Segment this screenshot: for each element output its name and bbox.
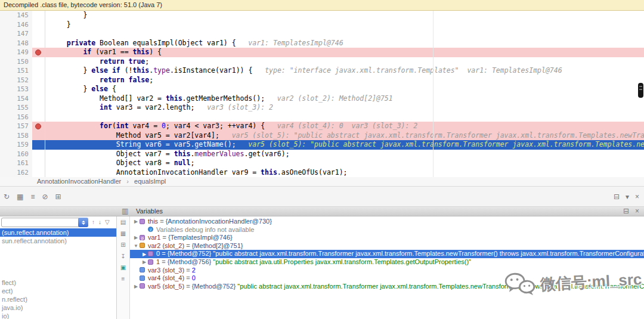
line-number[interactable]: 158 (0, 131, 32, 141)
line-number[interactable]: 147 (0, 29, 32, 39)
line-number[interactable]: 146 (0, 20, 32, 30)
variable-row[interactable]: Variables debug info not available (130, 226, 644, 234)
code-line[interactable]: 160 Object var7 = this.memberValues.get(… (0, 150, 644, 159)
code-line[interactable]: 162 AnnotationInvocationHandler var9 = t… (0, 168, 644, 178)
gutter-cell[interactable] (32, 76, 45, 85)
gutter-cell[interactable] (32, 94, 45, 104)
frame-row[interactable] (0, 245, 116, 253)
code-line[interactable]: 153 } else { (0, 85, 644, 94)
code-editor[interactable]: 145 }146 }147148 private Boolean equalsI… (0, 11, 644, 177)
line-number[interactable]: 153 (0, 85, 32, 94)
settings-gear-icon[interactable]: ⊟ (614, 193, 620, 200)
gutter-cell[interactable] (32, 140, 45, 150)
gutter-cell[interactable] (32, 11, 45, 20)
chevron-right-icon[interactable]: ▶ (132, 218, 140, 225)
rerun-icon[interactable]: ↻ (4, 193, 10, 200)
code-line[interactable]: 155 int var3 = var2.length; var3 (slot_3… (0, 103, 644, 113)
code-line[interactable]: 157 for(int var4 = 0; var4 < var3; ++var… (0, 122, 644, 131)
line-number[interactable]: 162 (0, 168, 32, 178)
frame-row[interactable]: sun.reflect.annotation) (0, 237, 116, 245)
layout-icon[interactable]: ▥ (122, 207, 128, 215)
gutter-cell[interactable] (32, 168, 45, 178)
settings-icon[interactable]: ⊞ (55, 193, 61, 200)
frames-panel-icon[interactable]: ▤ (120, 219, 126, 225)
code-line[interactable]: 156 (0, 113, 644, 122)
hide-panel-icon[interactable]: × (635, 207, 639, 215)
code-line[interactable]: 152 return false; (0, 76, 644, 85)
code-line[interactable]: 145 } (0, 11, 644, 20)
gutter-cell[interactable] (32, 66, 45, 76)
line-number[interactable]: 161 (0, 159, 32, 168)
line-number[interactable]: 155 (0, 103, 32, 113)
next-frame-icon[interactable]: ↓ (98, 219, 101, 225)
frame-row[interactable]: flect) (0, 278, 116, 287)
line-number[interactable]: 156 (0, 113, 32, 122)
variable-row[interactable]: ▶this = {AnnotationInvocationHandler@730… (130, 218, 644, 226)
code-line[interactable]: 147 (0, 29, 644, 39)
gutter-cell[interactable] (32, 122, 45, 131)
thread-selector-dropdown[interactable] (1, 218, 88, 227)
code-line[interactable]: 150 return true; (0, 57, 644, 67)
gutter-cell[interactable] (32, 48, 45, 57)
code-line[interactable]: 161 Object var8 = null; (0, 159, 644, 168)
frame-row[interactable] (0, 262, 116, 270)
frame-row[interactable]: ect) (0, 287, 116, 295)
line-number[interactable]: 157 (0, 122, 32, 131)
chevron-down-icon[interactable]: ▼ (132, 242, 140, 250)
chevron-right-icon[interactable]: ▶ (141, 250, 148, 258)
line-number[interactable]: 149 (0, 48, 32, 57)
memory-view-icon[interactable]: ▣ (120, 265, 126, 271)
breakpoint-icon[interactable] (35, 49, 41, 55)
variable-row[interactable]: ▶var5 (slot_5) = {Method@752} "public ab… (130, 283, 644, 291)
hide-icon[interactable]: ▾ (626, 193, 629, 200)
line-number[interactable]: 150 (0, 57, 32, 67)
gutter-cell[interactable] (32, 113, 45, 122)
variable-row[interactable]: ▶1 = {Method@756} "public abstract java.… (130, 258, 644, 267)
restore-layout-icon[interactable]: ▦ (17, 193, 23, 200)
line-number[interactable]: 152 (0, 76, 32, 85)
variable-row[interactable]: ▶0 = {Method@752} "public abstract javax… (130, 250, 644, 258)
gutter-cell[interactable] (32, 159, 45, 168)
line-number[interactable]: 151 (0, 66, 32, 76)
variable-row[interactable]: var3 (slot_3) = 2 (130, 267, 644, 275)
line-number[interactable]: 145 (0, 11, 32, 20)
gutter-cell[interactable] (32, 20, 45, 30)
dropdown-arrows-icon[interactable] (78, 218, 88, 227)
more-options-icon[interactable]: ≡ (122, 276, 125, 282)
close-icon[interactable]: × (635, 193, 639, 200)
code-line[interactable]: 154 Method[] var2 = this.getMemberMethod… (0, 94, 644, 104)
code-line[interactable]: 149 if (var1 == this) { (0, 48, 644, 57)
gutter-cell[interactable] (32, 29, 45, 39)
gutter-cell[interactable] (32, 57, 45, 67)
code-line[interactable]: 158 Method var5 = var2[var4]; var5 (slot… (0, 131, 644, 141)
code-line[interactable]: 159 String var6 = var5.getName(); var5 (… (0, 140, 644, 150)
view-options-icon[interactable]: ≡ (30, 193, 35, 200)
variable-row[interactable]: ▼var2 (slot_2) = {Method[2]@751} (130, 242, 644, 250)
code-line[interactable]: 148 private Boolean equalsImpl(Object va… (0, 39, 644, 48)
chevron-right-icon[interactable]: ▶ (132, 283, 140, 290)
watches-panel-icon[interactable]: ⊞ (120, 242, 125, 248)
code-line[interactable]: 151 } else if (!this.type.isInstance(var… (0, 66, 644, 76)
code-line[interactable]: 146 } (0, 20, 644, 30)
export-frame-icon[interactable]: ↧ (120, 253, 125, 259)
gutter-cell[interactable] (32, 39, 45, 48)
threads-panel-icon[interactable]: ▦ (120, 231, 126, 237)
line-number[interactable]: 159 (0, 140, 32, 150)
mute-breakpoints-icon[interactable]: ⊘ (42, 193, 48, 200)
frame-row[interactable]: io) (0, 312, 116, 319)
frame-row[interactable]: n.reflect) (0, 295, 116, 303)
frame-row[interactable]: java.io) (0, 303, 116, 312)
line-number[interactable]: 148 (0, 39, 32, 48)
variable-row[interactable]: var4 (slot_4) = 0 (130, 274, 644, 283)
frame-row[interactable] (0, 253, 116, 262)
breadcrumb-item-class[interactable]: AnnotationInvocationHandler (37, 178, 121, 185)
gutter-cell[interactable] (32, 85, 45, 94)
breadcrumb-item-method[interactable]: equalsImpl (134, 178, 166, 185)
line-number[interactable]: 160 (0, 150, 32, 159)
frame-row[interactable]: (sun.reflect.annotation) (0, 228, 116, 237)
gutter-cell[interactable] (32, 103, 45, 113)
frame-row[interactable] (0, 270, 116, 278)
line-number[interactable]: 154 (0, 94, 32, 104)
layout-settings-icon[interactable]: ⊟ (623, 207, 629, 215)
breakpoint-icon[interactable] (35, 123, 41, 129)
